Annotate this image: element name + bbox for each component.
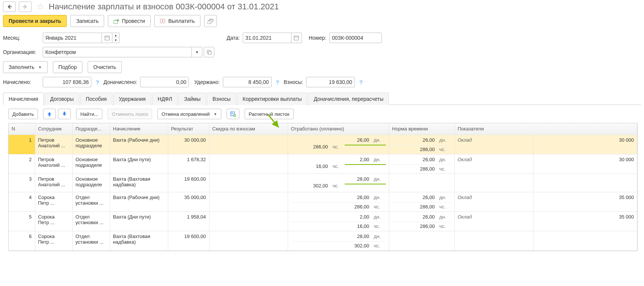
col-worked[interactable]: Отработано (оплачено) [288,123,389,135]
contrib-field[interactable] [306,77,355,87]
arrow-down-icon [61,111,67,117]
pick-button[interactable]: Подбор [53,61,82,73]
table-plus-icon [230,111,236,117]
accrued-field[interactable] [43,77,91,87]
clear-button[interactable]: Очистить [88,61,122,73]
withheld-label: Удержано: [194,79,220,85]
tab-6[interactable]: Взносы [207,93,236,105]
col-indicators[interactable]: Показатели [454,123,637,135]
col-accrual[interactable]: Начисление [110,123,168,135]
payslip-button[interactable]: Расчетный листок [245,109,294,119]
show-details-button[interactable] [227,109,239,119]
org-field[interactable] [43,47,192,57]
tab-7[interactable]: Корректировки выплаты [237,93,308,105]
fill-button[interactable]: Заполнить▼ [3,61,48,73]
accrued-label: Начислено: [3,79,40,85]
chevron-down-icon: ▼ [38,65,42,69]
col-employee[interactable]: Сотрудник [35,123,72,135]
svg-rect-8 [294,36,299,40]
nav-forward-button[interactable] [19,1,31,12]
attach-button[interactable] [204,15,217,27]
tab-2[interactable]: Пособия [80,93,112,105]
month-label: Месяц: [3,35,40,41]
col-discount[interactable]: Скидка по взносам [209,123,288,135]
table-row[interactable]: 5СорокаПетр ...Отделустановки ...Вахта (… [9,211,637,231]
contrib-help-icon[interactable]: ? [359,79,362,85]
page-title: Начисление зарплаты и взносов 00ЗК-00000… [49,2,279,12]
col-department[interactable]: Подразде... [72,123,110,135]
undo-edits-button[interactable]: Отмена исправлений▼ [157,109,221,119]
table-row[interactable]: 2ПетровАнатолий ...ОсновноеподразделеВах… [9,154,637,174]
svg-rect-11 [208,51,211,54]
tab-0[interactable]: Начисления [3,93,44,105]
contrib-label: Взносы: [284,79,303,85]
calendar-icon [293,35,299,41]
arrow-right-icon [22,4,28,10]
extra-accrued-field[interactable] [140,77,189,87]
org-label: Организация: [3,49,40,55]
tab-8[interactable]: Доначисления, перерасчеты [308,93,389,105]
month-stepper[interactable]: ▲▼ [112,33,120,43]
open-external-icon [206,49,212,55]
arrow-left-icon [6,4,12,10]
col-n[interactable]: N [9,123,35,135]
table-row[interactable]: 3ПетровАнатолий ...ОсновноеподразделеВах… [9,174,637,192]
col-norm[interactable]: Норма времени [389,123,454,135]
run-icon [114,18,120,24]
date-field[interactable] [243,33,291,43]
svg-point-5 [162,20,163,22]
tab-1[interactable]: Договоры [45,93,79,105]
org-dropdown-button[interactable]: ▾ [192,47,202,57]
move-down-button[interactable] [58,109,71,119]
move-up-button[interactable] [43,109,56,119]
number-label: Номер: [309,35,326,41]
save-button[interactable]: Записать [70,15,104,27]
add-row-button[interactable]: Добавить [8,109,38,119]
cancel-find-button: Отменить поиск [108,109,152,119]
paperclip-icon [208,18,214,24]
extra-accrued-label: Доначислено: [103,79,137,85]
tab-3[interactable]: Удержания [113,93,151,105]
svg-rect-6 [105,36,109,40]
table-row[interactable]: 6СорокаПетр ...Отделустановки ...Вахта (… [9,231,637,250]
tabs-bar: НачисленияДоговорыПособияУдержанияНДФЛЗа… [3,92,641,105]
pay-icon [160,18,166,24]
run-button[interactable]: Провести [108,15,151,27]
svg-rect-2 [114,20,118,24]
tab-5[interactable]: Займы [178,93,206,105]
calendar-icon [104,35,110,41]
table-row[interactable]: 1ПетровАнатолий ...ОсновноеподразделеВах… [9,135,637,154]
date-label: Дата: [227,35,240,41]
pay-button[interactable]: Выплатить [154,15,200,27]
favorite-star-icon[interactable]: ☆ [37,2,44,12]
withheld-field[interactable] [223,77,272,87]
date-calendar-button[interactable] [291,33,302,43]
withheld-help-icon[interactable]: ? [276,79,279,85]
accruals-table[interactable]: N Сотрудник Подразде... Начисление Резул… [8,123,638,251]
month-calendar-button[interactable] [102,33,112,43]
org-open-button[interactable] [204,47,214,57]
chevron-down-icon: ▼ [214,112,217,116]
table-row[interactable]: 4СорокаПетр ...Отделустановки ...Вахта (… [9,192,637,211]
month-field[interactable] [43,33,102,43]
number-field[interactable] [329,33,382,43]
run-and-close-button[interactable]: Провести и закрыть [3,15,67,27]
accrued-help-icon[interactable]: ? [96,79,99,85]
arrow-up-icon [46,111,52,117]
tab-4[interactable]: НДФЛ [152,93,178,105]
col-result[interactable]: Результат [168,123,209,135]
nav-back-button[interactable] [3,1,16,12]
find-button[interactable]: Найти... [76,109,102,119]
